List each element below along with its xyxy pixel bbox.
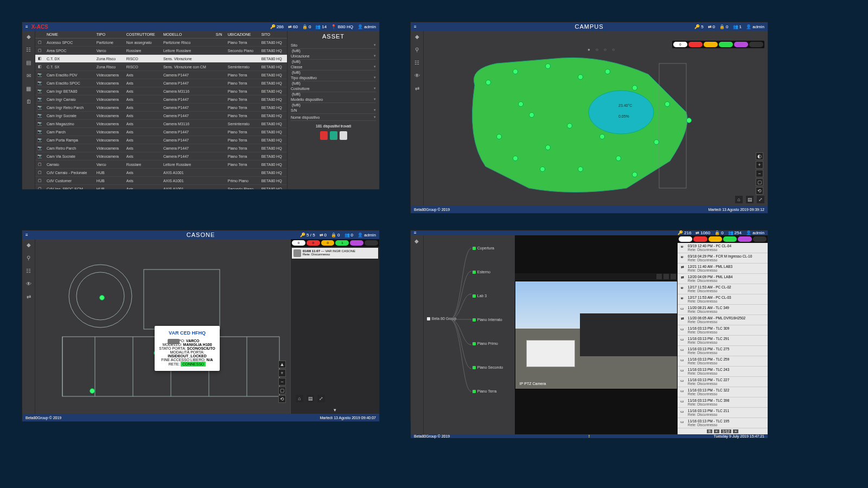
layers-icon[interactable]: ▤ bbox=[746, 196, 754, 203]
home-icon[interactable]: ⌂ bbox=[735, 196, 743, 203]
export-csv-icon[interactable] bbox=[340, 131, 347, 140]
table-row[interactable]: 📷 Cam Ingr BETA80VideocameraAxisCamera M… bbox=[35, 87, 287, 95]
zoom-reset[interactable]: ⟲ bbox=[278, 395, 286, 403]
table-row[interactable]: ▢ CarraioVarcoRosslareLettore RosslarePi… bbox=[35, 160, 287, 169]
log-row[interactable]: ▭11/16 03:13 PM - TLC 398Rete: Disconnes… bbox=[678, 397, 768, 408]
logo-icon[interactable]: ◆ bbox=[25, 33, 32, 40]
status-pill[interactable] bbox=[719, 42, 733, 47]
page-prev[interactable]: « bbox=[714, 429, 719, 433]
asset-table-wrap[interactable]: NOMETIPOCOSTRUTTOREMODELLOS/NUBICAZIONES… bbox=[35, 31, 287, 189]
status-pill[interactable]: 1 bbox=[335, 240, 349, 246]
expand-icon[interactable]: ⤢ bbox=[317, 395, 325, 402]
device-dot[interactable] bbox=[686, 118, 692, 123]
table-row[interactable]: 📷 Cam Ingr SocrateVideocameraAxisCamera … bbox=[35, 112, 287, 120]
tree-node[interactable]: Piano Terra bbox=[473, 389, 497, 393]
status-pill[interactable] bbox=[723, 236, 737, 242]
log-row[interactable]: ⇄12/20 04:09 PM - PML LAB4Rete: Disconne… bbox=[678, 274, 768, 284]
log-row[interactable]: ▭11/16 03:13 PM - TLC 259Rete: Disconnes… bbox=[678, 356, 768, 367]
log-row[interactable]: ▭11/16 03:13 PM - TLC 211Rete: Disconnes… bbox=[678, 408, 768, 418]
min-icon[interactable] bbox=[656, 274, 662, 279]
map-pager-dots[interactable]: ● ○ ○ ○ bbox=[588, 47, 617, 52]
device-dot[interactable] bbox=[486, 80, 491, 85]
filter-row[interactable]: Tipo dispositivo▾ bbox=[291, 74, 376, 81]
log-row[interactable]: ⇄12/21 11:40 AM - PML LAB3Rete: Disconne… bbox=[678, 264, 768, 274]
zoom-in[interactable]: + bbox=[756, 161, 763, 169]
device-dot[interactable] bbox=[545, 145, 551, 150]
log-row[interactable]: 👁12/17 11:53 AM - PC CL-03Rete: Disconne… bbox=[678, 294, 768, 305]
table-row[interactable]: ◧ C.T. DXZona RiscoRISCOSens. Vibrazione… bbox=[35, 55, 287, 63]
table-row[interactable]: ▢ CdV CustomerHUBAxisAXIS A1001Primo Pia… bbox=[35, 177, 287, 185]
tree-node[interactable]: Lab 3 bbox=[473, 294, 487, 298]
stat-share[interactable]: ⇄ 60 bbox=[288, 24, 298, 29]
device-dot[interactable] bbox=[599, 134, 605, 139]
export-xls-icon[interactable] bbox=[330, 131, 337, 140]
filter-row[interactable]: S/N▾ bbox=[291, 107, 376, 114]
table-row[interactable]: 📷 Cam Ingr CarraioVideocameraAxisCamera … bbox=[35, 95, 287, 104]
nav-toggle[interactable]: ◐ bbox=[756, 152, 763, 160]
device-dot[interactable] bbox=[578, 166, 583, 172]
tree-node[interactable]: Piano Interrato bbox=[473, 318, 502, 322]
table-row[interactable]: ▢ Accesso SPOCPartizioneNon assegnatoPar… bbox=[35, 38, 287, 47]
filter-row[interactable]: Sito▾ bbox=[291, 42, 376, 49]
col-header[interactable]: UBICAZIONE bbox=[226, 31, 259, 38]
device-dot[interactable] bbox=[665, 101, 670, 107]
table-row[interactable]: 📷 Cam Eraclito PDVVideocameraAxisCamera … bbox=[35, 71, 287, 79]
nav-icon[interactable]: 🗓 bbox=[25, 98, 32, 105]
stat-keys[interactable]: 🔑 286 bbox=[270, 24, 284, 29]
layers-icon[interactable]: ▤ bbox=[307, 395, 314, 402]
tree-node[interactable]: Copertura bbox=[473, 246, 494, 250]
col-header[interactable]: S/N bbox=[214, 31, 226, 38]
status-pill[interactable] bbox=[688, 42, 703, 47]
table-row[interactable]: 📷 Cam Eraclito SPOCVideocameraAxisCamera… bbox=[35, 79, 287, 87]
col-header[interactable] bbox=[35, 31, 44, 38]
status-pill[interactable]: 0 bbox=[321, 240, 335, 246]
table-row[interactable]: 📷 Cam Porta RampaVideocameraAxisCamera P… bbox=[35, 136, 287, 144]
expand-icon[interactable]: ⤢ bbox=[757, 196, 764, 203]
device-dot[interactable] bbox=[513, 156, 518, 161]
event-item[interactable]: 01/08 11:07 — VAR INGR CASONE Rete: Disc… bbox=[292, 248, 378, 259]
log-row[interactable]: ▭11/16 03:13 PM - TLC 275Rete: Disconnes… bbox=[678, 346, 768, 356]
status-pill[interactable]: 0 bbox=[292, 240, 305, 246]
log-row[interactable]: ▭11/16 03:13 PM - TLC 309Rete: Disconnes… bbox=[678, 325, 768, 336]
floorplan[interactable]: VAR CED HFHQ TIPO: VARCOMODELLO: MANIGLI… bbox=[35, 239, 290, 414]
table-row[interactable]: 📷 Cam MagazzinoVideocameraAxisCamera M31… bbox=[35, 120, 287, 128]
site-label[interactable]: 📍 B80 HQ bbox=[331, 24, 353, 29]
col-header[interactable]: TIPO bbox=[94, 31, 124, 38]
device-dot[interactable] bbox=[545, 63, 551, 69]
tree-node[interactable]: Piano Secondo bbox=[473, 365, 503, 369]
filter-icon[interactable]: ⎘ bbox=[707, 429, 712, 433]
device-dot[interactable] bbox=[540, 166, 545, 172]
site-tree[interactable]: Beta 80 Group CoperturaEsternoLab 3Piano… bbox=[424, 235, 515, 434]
log-row[interactable]: ⇄11/20 06:05 AM - PML DVR16H2502Rete: Di… bbox=[678, 315, 768, 325]
zoom-in[interactable]: + bbox=[278, 369, 286, 377]
status-pill[interactable] bbox=[709, 236, 722, 242]
zoom-reset[interactable]: ⟲ bbox=[756, 187, 763, 195]
table-row[interactable]: 📷 Cam Retro ParchVideocameraAxisCamera P… bbox=[35, 144, 287, 152]
max-icon[interactable] bbox=[663, 274, 669, 279]
export-pdf-icon[interactable] bbox=[320, 131, 328, 140]
device-dot[interactable] bbox=[578, 74, 583, 80]
status-pill[interactable] bbox=[365, 240, 378, 246]
log-row[interactable]: 👁03/18 04:29 PM - FCR M Ingresso CL-10Re… bbox=[678, 253, 768, 264]
log-row[interactable]: ▭11/16 03:13 PM - TLC 322Rete: Disconnes… bbox=[678, 387, 768, 397]
device-dot[interactable] bbox=[632, 172, 637, 177]
campus-map[interactable]: 0 23.40°C 0.05% ◐ + − ▢ ⟲ ⌂ bbox=[437, 31, 768, 206]
table-row[interactable]: ◧ C.T. SXZona RiscoRISCOSens. Vibrazione… bbox=[35, 63, 287, 71]
filter-row[interactable]: Classe▾ bbox=[291, 63, 376, 70]
logo-icon[interactable]: ◆ bbox=[413, 237, 420, 244]
status-pill[interactable] bbox=[693, 236, 707, 242]
log-row[interactable]: ▭11/16 03:13 PM - TLC 195Rete: Disconnes… bbox=[678, 418, 768, 428]
table-row[interactable]: ▢ CdV Carraio - PedonaleHUBAxisAXIS A100… bbox=[35, 169, 287, 177]
zoom-out[interactable]: − bbox=[756, 170, 763, 177]
filter-row[interactable]: Modello dispositivo▾ bbox=[291, 96, 376, 103]
stat-keys[interactable]: 🔑 5 bbox=[694, 24, 703, 29]
device-dot[interactable] bbox=[567, 123, 572, 129]
stat-lock[interactable]: 🔒 0 bbox=[302, 24, 311, 29]
menu-icon[interactable]: ≡ bbox=[414, 24, 417, 29]
page-next[interactable]: » bbox=[733, 429, 738, 433]
col-header[interactable]: MODELLO bbox=[161, 31, 214, 38]
device-dot[interactable] bbox=[529, 112, 534, 118]
col-header[interactable]: NOME bbox=[44, 31, 94, 38]
chevron-down-icon[interactable]: ▾ bbox=[291, 406, 379, 414]
device-dot[interactable] bbox=[605, 69, 610, 74]
